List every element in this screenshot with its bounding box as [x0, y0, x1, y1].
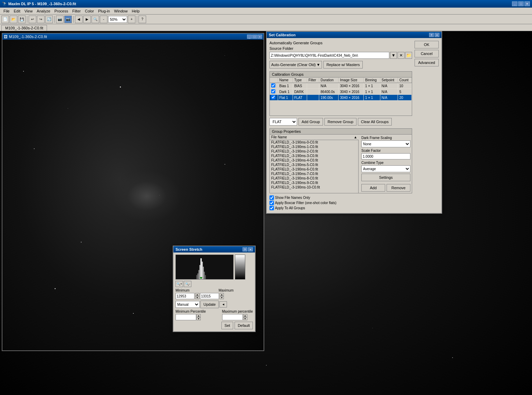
dark-frame-select[interactable]: None	[361, 140, 410, 147]
dialog-cal-close-btn[interactable]: ×	[435, 33, 439, 37]
min-pct-down[interactable]: ▼	[197, 317, 201, 320]
mode-select[interactable]: Manual	[175, 301, 200, 308]
zoom-out-btn[interactable]: -	[100, 16, 107, 23]
zoom-out-btn[interactable]: 🔍-	[184, 281, 191, 287]
refresh-btn[interactable]: 🔄	[45, 16, 53, 23]
ok-button[interactable]: OK	[415, 41, 439, 48]
show-filenames-checkbox-label[interactable]: Show File Names Only	[269, 195, 412, 200]
close-btn[interactable]: ×	[524, 1, 530, 6]
arrow-btn[interactable]: ◄	[219, 301, 227, 307]
replace-masters-btn[interactable]: Replace w/ Masters	[323, 61, 363, 68]
group-type-dropdown[interactable]: FLAT	[269, 118, 297, 126]
zoom-in-btn[interactable]: +	[128, 16, 135, 23]
combine-type-select[interactable]: Average	[361, 165, 410, 172]
settings-btn[interactable]: Settings	[361, 174, 410, 181]
show-filenames-checkbox[interactable]	[269, 195, 274, 200]
stretch-help-btn[interactable]: ?	[243, 247, 247, 251]
min-spin-down[interactable]: ▼	[195, 296, 199, 299]
menu-color[interactable]: Color	[83, 8, 96, 14]
list-item[interactable]: FLATFIELD_-3-190ms-10-C0.fit	[270, 185, 358, 190]
table-row[interactable]: Flat 1 FLAT 190.00s 3040 × 2016 1 × 1 N/…	[270, 95, 412, 101]
max-percentile-input[interactable]	[222, 314, 243, 320]
camera-btn2[interactable]: 📷	[64, 16, 72, 23]
list-item[interactable]: FLATFIELD_-3-190ms-1-C0.fit	[270, 145, 358, 149]
apply-boxcar-checkbox-label[interactable]: Apply Boxcar Filter (one-shot color flat…	[269, 201, 412, 205]
row-checkbox[interactable]	[271, 95, 275, 99]
open-btn[interactable]: 📂	[10, 16, 17, 23]
img-minimize-btn[interactable]: _	[247, 35, 252, 39]
max-pct-up[interactable]: ▲	[243, 314, 247, 317]
min-pct-up[interactable]: ▲	[197, 314, 201, 317]
zoom-fit-btn[interactable]: 🔍	[92, 16, 99, 23]
menu-filter[interactable]: Filter	[70, 8, 83, 14]
list-item[interactable]: FLATFIELD_-3-190ms-2-C0.fit	[270, 149, 358, 154]
undo-btn[interactable]: ↩	[29, 16, 36, 23]
zoom-select[interactable]: 50%	[108, 16, 127, 23]
file-list-container[interactable]: FLATFIELD_-3-190ms-0-C0.fitFLATFIELD_-3-…	[270, 140, 359, 193]
menu-process[interactable]: Process	[53, 8, 70, 14]
list-item[interactable]: FLATFIELD_-3-190ms-9-C0.fit	[270, 181, 358, 185]
zoom-in-btn[interactable]: 🔍+	[175, 281, 183, 287]
source-folder-clear-btn[interactable]: ✕	[398, 52, 405, 59]
forward-btn[interactable]: ▶	[83, 16, 91, 23]
autogen-btn[interactable]: Auto-Generate (Clear Old) ▼	[269, 61, 322, 68]
row-checkbox[interactable]	[271, 89, 275, 93]
cal-groups-table-area[interactable]: Name Type Filter Duration Image Size Bin…	[270, 77, 412, 116]
menu-window[interactable]: Window	[112, 8, 130, 14]
remove-file-btn[interactable]: Remove	[387, 184, 410, 192]
list-item[interactable]: FLATFIELD_-3-190ms-5-C0.fit	[270, 163, 358, 167]
dialog-cal-help-btn[interactable]: ?	[429, 33, 434, 37]
camera-btn1[interactable]: 📷	[56, 16, 64, 23]
apply-to-all-checkbox-label[interactable]: Apply To All Groups	[269, 206, 412, 210]
new-btn[interactable]: 📄	[1, 16, 9, 23]
menu-plugin[interactable]: Plug-in	[96, 8, 112, 14]
stretch-close-btn[interactable]: ×	[248, 247, 253, 251]
minimum-input[interactable]	[175, 293, 194, 299]
add-group-button[interactable]: Add Group	[298, 118, 323, 126]
img-maximize-btn[interactable]: □	[252, 35, 257, 39]
maximize-btn[interactable]: □	[518, 1, 524, 6]
source-folder-browse-btn[interactable]: 📁	[405, 52, 412, 59]
back-btn[interactable]: ◀	[75, 16, 83, 23]
min-spin-up[interactable]: ▲	[195, 293, 199, 296]
img-close-btn[interactable]: ×	[257, 35, 262, 39]
default-btn[interactable]: Default	[235, 322, 253, 329]
table-row[interactable]: Dark 1 DARK 86400.0s 3040 × 2016 1 × 1 N…	[270, 89, 412, 95]
source-folder-dropdown-btn[interactable]: ▼	[390, 52, 397, 59]
list-item[interactable]: FLATFIELD_-3-190ms-7-C0.fit	[270, 172, 358, 176]
redo-btn[interactable]: ↪	[37, 16, 45, 23]
menu-file[interactable]: File	[1, 8, 12, 14]
col-name: Name	[278, 77, 293, 83]
add-file-btn[interactable]: Add	[361, 184, 385, 192]
list-item[interactable]: FLATFIELD_-3-190ms-6-C0.fit	[270, 167, 358, 172]
max-pct-down[interactable]: ▼	[243, 317, 247, 320]
save-btn[interactable]: 💾	[18, 16, 26, 23]
cancel-button[interactable]: Cancel	[415, 50, 439, 57]
help-btn[interactable]: ?	[139, 16, 146, 23]
list-item[interactable]: FLATFIELD_-3-190ms-8-C0.fit	[270, 176, 358, 181]
scale-factor-input[interactable]	[361, 153, 410, 159]
tab-image[interactable]: M109_-1-360s-2-C0.fit	[1, 25, 47, 31]
apply-to-all-checkbox[interactable]	[269, 206, 274, 210]
update-btn[interactable]: Update	[200, 301, 219, 308]
max-spin-down[interactable]: ▼	[220, 296, 224, 299]
clear-all-groups-button[interactable]: Clear All Groups	[358, 118, 392, 126]
menu-help[interactable]: Help	[130, 8, 142, 14]
row-checkbox[interactable]	[271, 83, 275, 88]
table-row[interactable]: Bias 1 BIAS N/A 3040 × 2016 1 × 1 N/A 10	[270, 83, 412, 89]
source-folder-input[interactable]	[269, 52, 389, 59]
list-item[interactable]: FLATFIELD_-3-190ms-4-C0.fit	[270, 158, 358, 163]
list-item[interactable]: FLATFIELD_-3-190ms-3-C0.fit	[270, 154, 358, 158]
menu-view[interactable]: View	[22, 8, 35, 14]
minimize-btn[interactable]: _	[512, 1, 517, 6]
apply-boxcar-checkbox[interactable]	[269, 201, 274, 205]
menu-analyze[interactable]: Analyze	[35, 8, 52, 14]
list-item[interactable]: FLATFIELD_-3-190ms-0-C0.fit	[270, 140, 358, 145]
remove-group-button[interactable]: Remove Group	[324, 118, 357, 126]
maximum-input[interactable]	[200, 293, 219, 299]
set-btn[interactable]: Set	[221, 322, 234, 329]
menu-edit[interactable]: Edit	[12, 8, 22, 14]
advanced-button[interactable]: Advanced	[415, 59, 439, 66]
max-spin-up[interactable]: ▲	[220, 293, 224, 296]
min-percentile-input[interactable]	[175, 314, 196, 320]
